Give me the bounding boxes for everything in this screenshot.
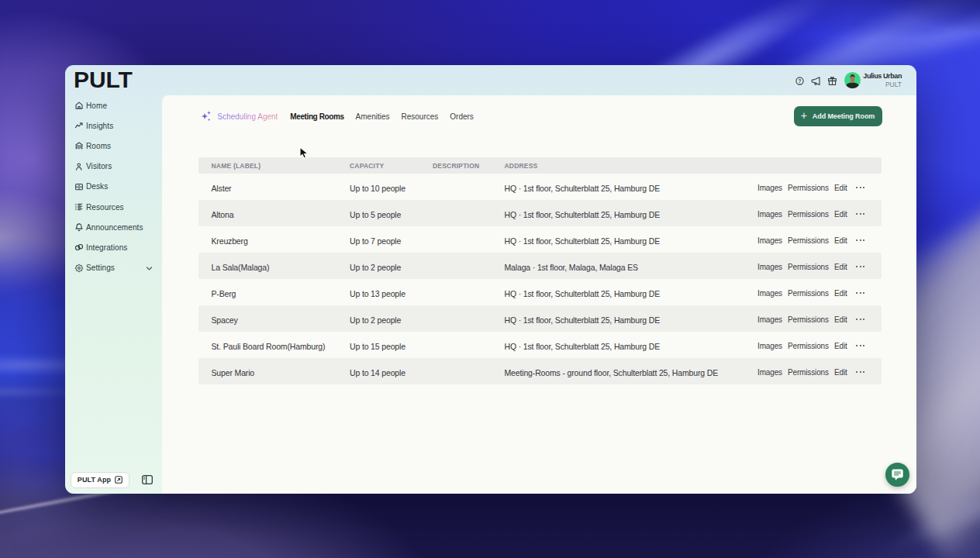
svg-text:?: ?	[799, 78, 802, 84]
